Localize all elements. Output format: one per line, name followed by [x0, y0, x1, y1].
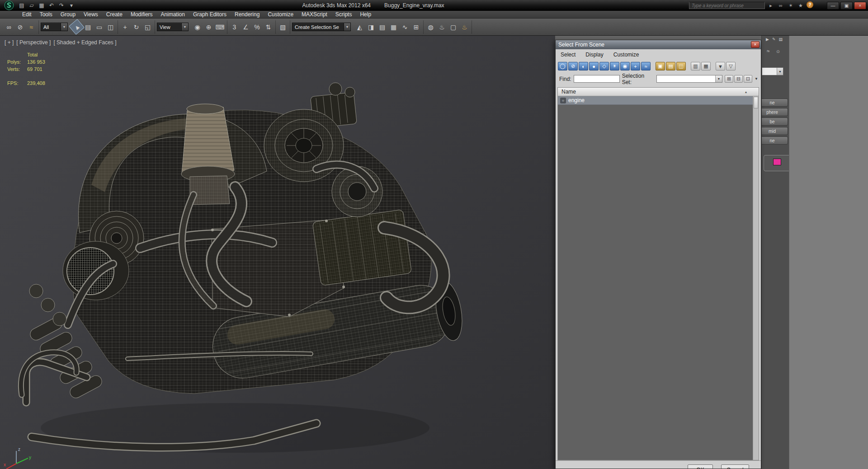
rectangular-selection-region-icon[interactable]: ▭: [94, 21, 105, 33]
reference-coordinate-dropdown[interactable]: View ▼: [157, 23, 189, 31]
display-lights-icon[interactable]: ☀: [610, 62, 619, 70]
named-selection-set-dropdown[interactable]: Create Selection Se ▼: [292, 23, 351, 31]
3dsmax-logo-icon[interactable]: [4, 0, 14, 11]
bind-to-space-warp-icon[interactable]: ≈: [26, 21, 37, 33]
scene-object-row[interactable]: ○ engine: [558, 96, 753, 105]
maximize-button[interactable]: ▣: [840, 2, 853, 9]
menu-maxscript[interactable]: MAXScript: [297, 11, 331, 19]
configure-advanced-filter-icon[interactable]: ⊞: [725, 75, 733, 83]
menu-graph-editors[interactable]: Graph Editors: [189, 11, 231, 19]
display-space-warps-icon[interactable]: ≈: [641, 62, 651, 70]
choose-columns-icon[interactable]: ▥: [691, 62, 700, 70]
chevron-down-icon[interactable]: ▼: [181, 23, 188, 31]
unlink-selection-icon[interactable]: ⊘: [14, 21, 26, 33]
chevron-down-icon[interactable]: ▼: [715, 75, 722, 82]
sort-arrow-icon[interactable]: ▴: [745, 90, 747, 94]
spinner-snap-icon[interactable]: ⇅: [263, 21, 274, 33]
find-input[interactable]: [574, 75, 620, 83]
render-production-icon[interactable]: ♨: [459, 21, 470, 33]
open-file-icon[interactable]: ▱: [27, 1, 36, 9]
display-xrefs-icon[interactable]: ▤: [666, 62, 675, 70]
percent-snap-icon[interactable]: %: [251, 21, 263, 33]
select-and-manipulate-icon[interactable]: ⊕: [203, 21, 214, 33]
object-type-button[interactable]: mid: [761, 127, 788, 135]
load-filter-icon[interactable]: ⊡: [744, 75, 752, 83]
menu-views[interactable]: Views: [80, 11, 102, 19]
display-shapes-icon[interactable]: ◇: [599, 62, 609, 70]
chevron-down-icon[interactable]: ▼: [777, 68, 783, 75]
menu-create[interactable]: Create: [102, 11, 127, 19]
systems-category-icon[interactable]: ☼: [776, 48, 781, 54]
dialog-titlebar[interactable]: Select From Scene ×: [556, 40, 761, 49]
select-and-rotate-icon[interactable]: ↻: [131, 21, 142, 33]
use-pivot-point-icon[interactable]: ◉: [192, 21, 203, 33]
menu-tools[interactable]: Tools: [36, 11, 57, 19]
lock-cell-editing-icon[interactable]: ▦: [701, 62, 711, 70]
redo-icon[interactable]: ↷: [57, 1, 66, 9]
align-icon[interactable]: ◨: [365, 21, 377, 33]
dialog-menu-display[interactable]: Display: [580, 52, 608, 58]
select-and-move-icon[interactable]: +: [119, 21, 131, 33]
chevron-down-icon[interactable]: ▼: [61, 23, 67, 31]
scene-object-list[interactable]: Name ▴ ○ engine: [557, 87, 759, 460]
window-crossing-icon[interactable]: ◫: [105, 21, 116, 33]
menu-group[interactable]: Group: [57, 11, 80, 19]
viewport-shading-label[interactable]: [ Shaded + Edged Faces ]: [53, 39, 116, 46]
display-cameras-icon[interactable]: ◉: [620, 62, 630, 70]
create-tab-icon[interactable]: ▶: [766, 37, 769, 42]
snaps-toggle-icon[interactable]: 3: [229, 21, 240, 33]
layer-manager-icon[interactable]: ▤: [377, 21, 388, 33]
object-type-button[interactable]: be: [761, 117, 788, 126]
selection-filter-dropdown[interactable]: All ▼: [41, 23, 68, 31]
menu-scripts[interactable]: Scripts: [331, 11, 356, 19]
find-options-arrow[interactable]: ▼: [755, 77, 758, 81]
display-containers-icon[interactable]: ◫: [676, 62, 686, 70]
object-color-swatch[interactable]: [773, 159, 781, 165]
communication-center-icon[interactable]: ✶: [787, 1, 795, 9]
filter-icon[interactable]: ▼: [716, 62, 725, 70]
display-geometry-icon[interactable]: ●: [589, 62, 599, 70]
display-helpers-icon[interactable]: +: [631, 62, 640, 70]
chevron-down-icon[interactable]: ▼: [344, 23, 350, 31]
minimize-button[interactable]: —: [827, 2, 839, 9]
infocenter-search-input[interactable]: [689, 2, 765, 9]
search-icon[interactable]: ∞: [777, 1, 785, 9]
viewport-pov-label[interactable]: [ Perspective ]: [16, 39, 51, 46]
object-type-button[interactable]: ne: [761, 98, 788, 107]
save-file-icon[interactable]: ▦: [37, 1, 46, 9]
menu-animation[interactable]: Animation: [157, 11, 189, 19]
dialog-menu-customize[interactable]: Customize: [609, 52, 644, 58]
rendered-frame-icon[interactable]: ▢: [448, 21, 459, 33]
select-and-scale-icon[interactable]: ◱: [142, 21, 153, 33]
dialog-close-button[interactable]: ×: [751, 41, 760, 48]
angle-snap-icon[interactable]: ∠: [240, 21, 251, 33]
display-invert-icon[interactable]: ◐: [579, 62, 588, 70]
schematic-view-icon[interactable]: ⊞: [410, 21, 422, 33]
scrollbar-thumb[interactable]: [754, 97, 758, 108]
render-setup-icon[interactable]: ♨: [436, 21, 448, 33]
keyboard-shortcut-override-icon[interactable]: ⌨: [214, 21, 226, 33]
display-none-icon[interactable]: ⊘: [568, 62, 578, 70]
name-column-header[interactable]: Name ▴: [558, 88, 759, 96]
space-warps-category-icon[interactable]: ≈: [767, 48, 770, 54]
viewport-menu-label[interactable]: [ + ]: [5, 39, 14, 46]
engine-3d-model[interactable]: [0, 36, 555, 469]
menu-help[interactable]: Help: [356, 11, 375, 19]
curve-editor-icon[interactable]: ∿: [399, 21, 410, 33]
filter-options-icon[interactable]: ▽: [726, 62, 736, 70]
select-and-link-icon[interactable]: ∞: [3, 21, 14, 33]
infocenter-toggle-icon[interactable]: ▸: [767, 1, 775, 9]
display-groups-icon[interactable]: ▣: [656, 62, 665, 70]
selection-set-dropdown[interactable]: ▼: [656, 75, 722, 83]
material-editor-icon[interactable]: ◍: [425, 21, 436, 33]
modify-tab-icon[interactable]: ✎: [772, 37, 776, 42]
edit-named-selection-sets-icon[interactable]: ▧: [277, 21, 288, 33]
new-scene-icon[interactable]: ▤: [17, 1, 26, 9]
utilities-tab-icon[interactable]: ▤: [778, 37, 783, 42]
list-scrollbar[interactable]: [753, 96, 759, 460]
dialog-menu-select[interactable]: Select: [556, 52, 580, 58]
favorites-icon[interactable]: ★: [797, 1, 805, 9]
close-button[interactable]: ×: [854, 2, 866, 9]
menu-edit[interactable]: Edit: [18, 11, 36, 19]
menu-customize[interactable]: Customize: [264, 11, 297, 19]
